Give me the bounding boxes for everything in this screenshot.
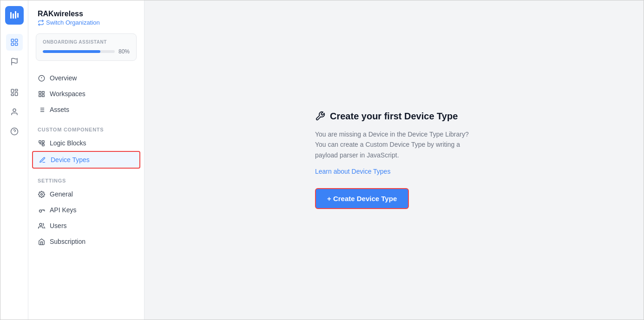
svg-rect-19 bbox=[39, 91, 40, 93]
empty-state-description: You are missing a Device in the Device T… bbox=[315, 129, 473, 160]
svg-rect-29 bbox=[39, 140, 40, 142]
logic-blocks-icon bbox=[38, 139, 45, 147]
svg-point-13 bbox=[13, 109, 16, 111]
rail-flag-icon[interactable] bbox=[6, 53, 23, 70]
svg-rect-4 bbox=[11, 39, 13, 41]
svg-rect-10 bbox=[15, 89, 17, 91]
nav-label-subscription: Subscription bbox=[50, 238, 85, 245]
nav-item-overview[interactable]: Overview bbox=[28, 70, 144, 86]
nav-item-api-keys[interactable]: API Keys bbox=[28, 202, 144, 218]
svg-rect-12 bbox=[11, 94, 13, 96]
sidebar-header: RAKwireless Switch Organization bbox=[28, 10, 144, 33]
svg-rect-30 bbox=[42, 140, 44, 142]
nav-item-assets[interactable]: Assets bbox=[28, 102, 144, 118]
general-icon bbox=[38, 190, 45, 198]
custom-components-section: CUSTOM COMPONENTS Logic Blocks Device Ty… bbox=[28, 121, 144, 172]
svg-rect-11 bbox=[15, 92, 17, 96]
users-icon bbox=[38, 222, 45, 229]
svg-rect-3 bbox=[17, 13, 19, 18]
progress-bar-bg bbox=[43, 50, 115, 53]
rail-home-icon[interactable] bbox=[6, 34, 23, 51]
wrench-icon bbox=[315, 111, 325, 121]
svg-rect-5 bbox=[15, 39, 17, 41]
settings-label: SETTINGS bbox=[28, 172, 144, 186]
main-nav-section: Overview Workspaces Assets bbox=[28, 70, 144, 121]
settings-section: SETTINGS General API Keys bbox=[28, 172, 144, 253]
nav-item-subscription[interactable]: Subscription bbox=[28, 234, 144, 249]
progress-percent: 80% bbox=[118, 48, 130, 55]
progress-row: 80% bbox=[43, 48, 130, 55]
nav-item-users[interactable]: Users bbox=[28, 218, 144, 234]
icon-rail bbox=[0, 0, 28, 320]
progress-bar-fill bbox=[43, 50, 100, 53]
svg-point-33 bbox=[39, 209, 41, 212]
org-name: RAKwireless bbox=[38, 10, 135, 18]
svg-rect-2 bbox=[15, 11, 16, 19]
svg-rect-0 bbox=[10, 12, 12, 19]
rail-person-icon[interactable] bbox=[6, 104, 23, 120]
nav-label-overview: Overview bbox=[50, 74, 77, 82]
device-types-icon bbox=[39, 156, 46, 163]
nav-item-workspaces[interactable]: Workspaces bbox=[28, 86, 144, 102]
switch-org-icon bbox=[38, 20, 44, 26]
nav-label-logic-blocks: Logic Blocks bbox=[50, 139, 86, 147]
assets-icon bbox=[38, 106, 45, 113]
onboarding-card: ONBOARDING ASSISTANT 80% bbox=[36, 33, 137, 61]
custom-components-label: CUSTOM COMPONENTS bbox=[28, 121, 144, 135]
empty-state-title: Create your first Device Type bbox=[315, 111, 473, 122]
svg-point-37 bbox=[39, 223, 42, 225]
svg-rect-22 bbox=[42, 94, 44, 96]
svg-rect-7 bbox=[15, 43, 17, 46]
nav-label-users: Users bbox=[50, 222, 67, 229]
nav-item-general[interactable]: General bbox=[28, 186, 144, 202]
onboarding-label: ONBOARDING ASSISTANT bbox=[43, 39, 130, 45]
svg-rect-6 bbox=[11, 43, 13, 46]
empty-state: Create your first Device Type You are mi… bbox=[296, 92, 492, 228]
svg-rect-21 bbox=[39, 94, 40, 96]
main-content: Create your first Device Type You are mi… bbox=[145, 0, 644, 320]
nav-label-api-keys: API Keys bbox=[50, 206, 77, 214]
nav-item-device-types[interactable]: Device Types bbox=[32, 151, 140, 169]
overview-icon bbox=[38, 74, 45, 82]
svg-rect-20 bbox=[42, 91, 44, 93]
svg-point-32 bbox=[40, 193, 42, 195]
app-logo bbox=[5, 6, 24, 25]
api-keys-icon bbox=[38, 206, 45, 214]
switch-org-button[interactable]: Switch Organization bbox=[38, 19, 135, 26]
svg-rect-9 bbox=[11, 89, 13, 92]
nav-label-assets: Assets bbox=[50, 106, 69, 113]
svg-rect-1 bbox=[13, 13, 14, 19]
rail-dashboard-icon[interactable] bbox=[6, 84, 23, 101]
svg-rect-31 bbox=[42, 144, 44, 145]
learn-link[interactable]: Learn about Device Types bbox=[315, 168, 473, 175]
create-device-type-button[interactable]: + Create Device Type bbox=[315, 188, 409, 209]
workspaces-icon bbox=[38, 90, 45, 98]
nav-label-device-types: Device Types bbox=[51, 156, 90, 163]
nav-label-workspaces: Workspaces bbox=[50, 90, 85, 98]
rail-help-icon[interactable] bbox=[6, 123, 23, 140]
sidebar: RAKwireless Switch Organization ONBOARDI… bbox=[28, 0, 145, 320]
nav-item-logic-blocks[interactable]: Logic Blocks bbox=[28, 135, 144, 151]
subscription-icon bbox=[38, 238, 45, 245]
nav-label-general: General bbox=[50, 190, 73, 198]
